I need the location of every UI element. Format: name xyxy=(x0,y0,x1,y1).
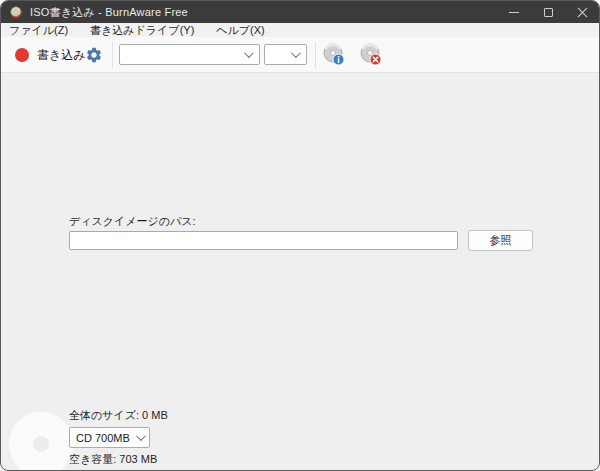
media-type-select[interactable]: CD 700MB xyxy=(69,427,150,448)
menu-burn-drive[interactable]: 書き込みドライブ(Y) xyxy=(90,23,194,38)
disc-image-path-input[interactable] xyxy=(69,231,458,250)
free-space-value: 703 MB xyxy=(119,453,157,465)
gear-icon xyxy=(85,46,103,64)
drive-select[interactable] xyxy=(119,44,260,65)
menubar: ファイル(Z) 書き込みドライブ(Y) ヘルプ(X) xyxy=(1,23,599,37)
menu-file[interactable]: ファイル(Z) xyxy=(9,23,68,38)
chevron-down-icon xyxy=(244,48,254,58)
browse-button[interactable]: 参照 xyxy=(468,230,533,251)
chevron-down-icon xyxy=(291,48,301,58)
disc-image-path-label: ディスクイメージのパス: xyxy=(69,214,196,229)
toolbar: 書き込み xyxy=(1,37,599,73)
burn-button-label: 書き込み xyxy=(37,47,86,64)
toolbar-separator xyxy=(315,42,316,68)
disc-erase-button[interactable] xyxy=(357,41,385,69)
browse-button-label: 参照 xyxy=(490,233,512,248)
total-size-line: 全体のサイズ:0 MB xyxy=(69,408,171,423)
app-icon xyxy=(9,5,23,19)
settings-button[interactable] xyxy=(81,42,107,68)
disc-graphic xyxy=(9,412,73,471)
close-button[interactable] xyxy=(565,1,599,23)
maximize-icon xyxy=(544,8,553,17)
minimize-button[interactable] xyxy=(497,1,531,23)
burn-button[interactable]: 書き込み xyxy=(9,42,92,68)
free-space-label: 空き容量: xyxy=(69,453,116,465)
burnaware-window: ISO書き込み - BurnAware Free ファイル(Z) 書き込みドライ… xyxy=(0,0,600,471)
total-size-label: 全体のサイズ: xyxy=(69,409,139,421)
disc-erase-icon xyxy=(358,42,384,68)
speed-select[interactable] xyxy=(264,44,307,65)
burn-record-icon xyxy=(15,48,29,62)
titlebar: ISO書き込み - BurnAware Free xyxy=(1,1,599,23)
maximize-button[interactable] xyxy=(531,1,565,23)
minimize-icon xyxy=(509,12,519,13)
disc-info-button[interactable] xyxy=(320,41,348,69)
disc-info-icon xyxy=(321,42,347,68)
chevron-down-icon xyxy=(136,431,146,441)
media-type-value: CD 700MB xyxy=(76,432,136,444)
toolbar-separator xyxy=(112,42,113,68)
window-title: ISO書き込み - BurnAware Free xyxy=(30,5,188,20)
menu-help[interactable]: ヘルプ(X) xyxy=(216,23,264,38)
window-controls xyxy=(497,1,599,23)
total-size-value: 0 MB xyxy=(142,409,168,421)
close-icon xyxy=(577,7,588,18)
free-space-line: 空き容量:703 MB xyxy=(69,452,160,467)
